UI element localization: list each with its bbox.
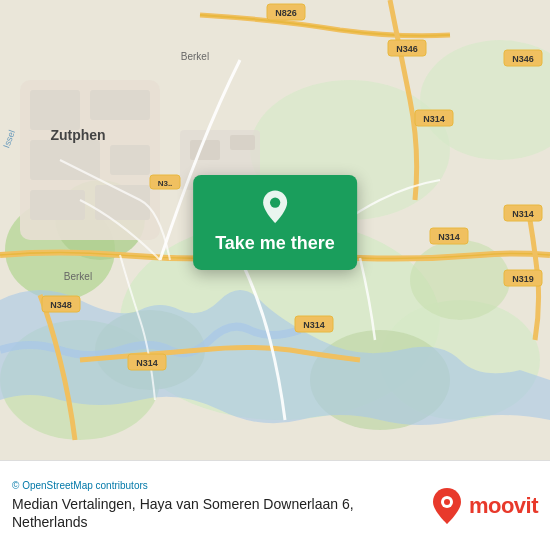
svg-text:N314: N314 [438, 232, 460, 242]
take-me-there-label: Take me there [215, 233, 335, 254]
location-name: Median Vertalingen, Haya van Someren Dow… [12, 495, 419, 531]
osm-credit-link[interactable]: OpenStreetMap [22, 480, 93, 491]
svg-text:N346: N346 [512, 54, 534, 64]
moovit-rest: oovit [488, 493, 538, 518]
svg-rect-20 [190, 140, 220, 160]
map-container[interactable]: N826 N346 N346 N314 N314 N314 N314 N348 [0, 0, 550, 460]
svg-text:N314: N314 [136, 358, 158, 368]
svg-text:N314: N314 [512, 209, 534, 219]
app: N826 N346 N346 N314 N314 N314 N314 N348 [0, 0, 550, 550]
bottom-bar: © OpenStreetMap contributors Median Vert… [0, 460, 550, 550]
svg-text:N319: N319 [512, 274, 534, 284]
location-pin-icon [257, 189, 293, 225]
svg-text:Berkel: Berkel [64, 271, 92, 282]
svg-text:N346: N346 [396, 44, 418, 54]
osm-credit-prefix: © [12, 480, 22, 491]
svg-text:N314: N314 [303, 320, 325, 330]
svg-rect-14 [90, 90, 150, 120]
svg-text:N314: N314 [423, 114, 445, 124]
svg-text:N348: N348 [50, 300, 72, 310]
svg-text:N826: N826 [275, 8, 297, 18]
take-me-there-popup[interactable]: Take me there [193, 175, 357, 270]
svg-rect-21 [230, 135, 255, 150]
svg-point-50 [444, 499, 450, 505]
svg-rect-16 [110, 145, 150, 175]
svg-text:N3..: N3.. [158, 179, 173, 188]
svg-rect-17 [30, 190, 85, 220]
moovit-brand-text: moovit [469, 493, 538, 519]
moovit-m: m [469, 493, 488, 518]
osm-credit: © OpenStreetMap contributors [12, 480, 419, 491]
bottom-left: © OpenStreetMap contributors Median Vert… [12, 480, 419, 531]
moovit-pin-icon [431, 487, 463, 525]
svg-point-48 [270, 197, 280, 207]
osm-credit-suffix: contributors [93, 480, 148, 491]
svg-rect-13 [30, 90, 80, 130]
moovit-logo: moovit [431, 487, 538, 525]
svg-text:Berkel: Berkel [181, 51, 209, 62]
svg-text:Zutphen: Zutphen [50, 127, 105, 143]
